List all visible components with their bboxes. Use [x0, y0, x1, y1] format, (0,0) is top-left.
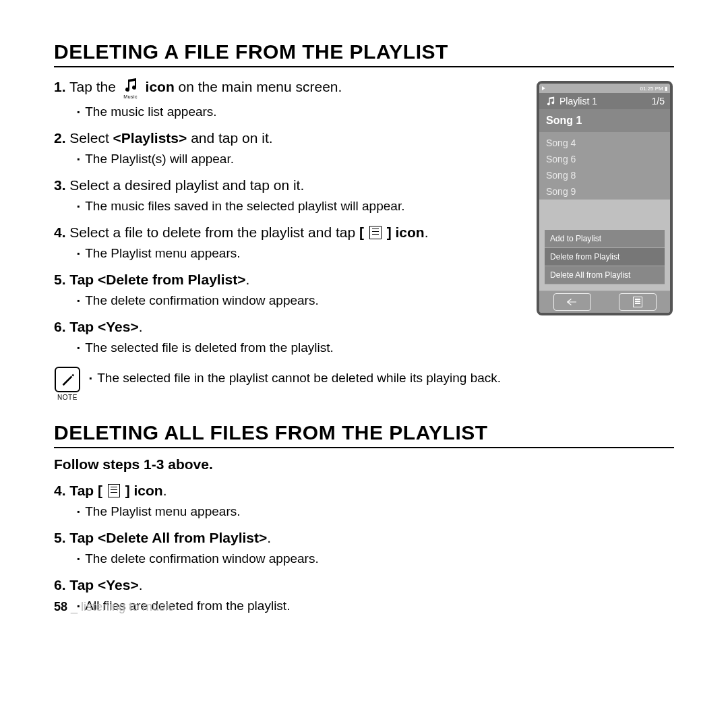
battery-icon: ▮ — [665, 86, 667, 92]
list-item: Song 4 — [539, 135, 670, 151]
note-icon — [55, 367, 80, 392]
s2-step-6-bold: <Yes> — [98, 577, 139, 593]
svg-marker-0 — [542, 86, 545, 90]
step-2-tail: and tap on it. — [187, 130, 272, 146]
step-1-post: icon — [146, 79, 175, 94]
device-context-menu: Add to Playlist Delete from Playlist Del… — [545, 230, 665, 284]
step-5-pre: Tap — [69, 272, 98, 287]
device-playlist-name: Playlist 1 — [559, 96, 597, 107]
step-4-bold: [ — [359, 224, 364, 240]
step-1-tail: on the main menu screen. — [175, 79, 342, 94]
note-row: NOTE The selected file in the playlist c… — [54, 367, 674, 401]
s2-step-4-sub: The Playlist menu appears. — [77, 503, 674, 521]
s2-step-6-num: 6. — [54, 577, 66, 593]
s2-step-5-pre: Tap — [69, 530, 98, 545]
step-5-num: 5. — [54, 272, 66, 287]
s2-step-5-num: 5. — [54, 530, 66, 545]
chapter-name: listening to music — [81, 600, 174, 613]
step-6-tail: . — [139, 319, 143, 334]
list-item: Song 9 — [539, 183, 670, 200]
note-text: The selected file in the playlist cannot… — [89, 371, 501, 386]
s2-step-4-bold2: ] icon — [125, 483, 163, 498]
note-label: NOTE — [54, 394, 81, 401]
section-title-delete-all: DELETING ALL FILES FROM THE PLAYLIST — [54, 421, 674, 448]
step-4-num: 4. — [54, 224, 66, 240]
menu-icon — [369, 226, 382, 239]
step-2-num: 2. — [54, 130, 66, 146]
step-3-text: Select a desired playlist and tap on it. — [69, 177, 304, 193]
s2-step-4: 4. Tap [ ] icon. — [54, 481, 674, 500]
device-song-list: Song 4 Song 6 Song 8 Song 9 — [539, 132, 670, 200]
footer-sep: _ — [67, 600, 81, 613]
menu-delete-all-from-playlist: Delete All from Playlist — [545, 266, 665, 284]
device-selected-song: Song 1 — [539, 109, 670, 132]
step-5-bold: <Delete from Playlist> — [98, 272, 245, 287]
device-title: Playlist 1 1/5 — [539, 93, 670, 109]
follow-steps: Follow steps 1-3 above. — [54, 456, 674, 473]
s2-step-5-bold: <Delete All from Playlist> — [98, 530, 267, 545]
music-icon: Music — [121, 75, 140, 100]
step-6-pre: Tap — [69, 319, 98, 334]
step-6-sub: The selected file is deleted from the pl… — [77, 339, 674, 357]
s2-step-5-tail: . — [267, 530, 271, 545]
device-statusbar: 01:25 PM ▮ — [539, 84, 670, 93]
music-icon — [545, 96, 557, 107]
step-6-bold: <Yes> — [98, 319, 139, 334]
step-1-num: 1. — [54, 79, 66, 94]
s2-step-4-pre: Tap — [69, 483, 98, 498]
step-2-bold: <Playlists> — [113, 130, 187, 146]
step-4-tail: . — [425, 224, 429, 240]
s2-step-5: 5. Tap <Delete All from Playlist>. — [54, 528, 674, 547]
step-5-tail: . — [245, 272, 249, 287]
step-4-bold2: ] icon — [387, 224, 425, 240]
step-6: 6. Tap <Yes>. — [54, 317, 674, 336]
step-1-pre: Tap the — [69, 79, 120, 94]
step-2-pre: Select — [69, 130, 113, 146]
s2-step-6-tail: . — [139, 577, 143, 593]
s2-step-6-pre: Tap — [69, 577, 98, 593]
device-time: 01:25 PM — [640, 86, 663, 92]
s2-step-6: 6. Tap <Yes>. — [54, 575, 674, 595]
s2-step-4-tail: . — [163, 483, 167, 498]
step-3-num: 3. — [54, 177, 66, 193]
back-button — [553, 293, 591, 311]
step-4-pre: Select a file to delete from the playlis… — [69, 224, 359, 240]
s2-step-4-num: 4. — [54, 483, 66, 498]
s2-step-5-sub: The delete confirmation window appears. — [77, 550, 674, 568]
menu-delete-from-playlist: Delete from Playlist — [545, 248, 665, 266]
page-number: 58 — [54, 600, 67, 613]
section-title-delete-file: DELETING A FILE FROM THE PLAYLIST — [54, 40, 674, 67]
list-item: Song 6 — [539, 151, 670, 167]
menu-icon — [108, 484, 120, 497]
s2-step-4-bold: [ — [98, 483, 102, 498]
music-icon-label: Music — [121, 94, 140, 100]
step-6-num: 6. — [54, 319, 66, 334]
device-mockup: 01:25 PM ▮ Playlist 1 1/5 Song 1 Song 4 … — [537, 81, 673, 315]
list-item: Song 8 — [539, 167, 670, 183]
page-footer: 58 _ listening to music — [54, 600, 174, 614]
device-count: 1/5 — [652, 96, 665, 107]
menu-add-to-playlist: Add to Playlist — [545, 230, 665, 248]
menu-button — [619, 293, 657, 311]
